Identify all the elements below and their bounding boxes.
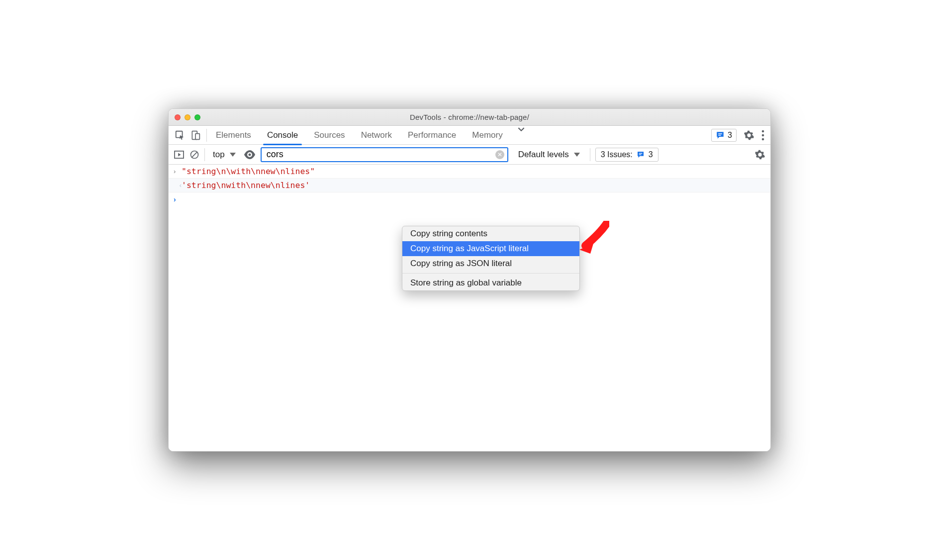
kebab-menu-icon[interactable]: [761, 130, 764, 141]
console-toolbar: top ✕ Default levels 3 Issues: 3: [169, 145, 770, 165]
tab-sources[interactable]: Sources: [306, 126, 353, 145]
svg-point-5: [762, 130, 764, 132]
svg-point-6: [762, 134, 764, 136]
speech-bubble-icon: [716, 131, 725, 140]
close-window-button[interactable]: [175, 114, 181, 120]
zoom-window-button[interactable]: [194, 114, 200, 120]
tab-memory[interactable]: Memory: [464, 126, 510, 145]
titlebar: DevTools - chrome://new-tab-page/: [169, 109, 770, 126]
traffic-lights: [175, 114, 200, 120]
svg-rect-13: [639, 154, 641, 155]
settings-gear-icon[interactable]: [744, 130, 754, 141]
menu-item-copy-json[interactable]: Copy string as JSON literal: [402, 256, 579, 271]
clear-filter-icon[interactable]: ✕: [495, 150, 504, 159]
svg-point-7: [762, 138, 764, 140]
inspect-element-icon[interactable]: [175, 130, 186, 141]
svg-rect-12: [639, 153, 642, 153]
context-menu: Copy string contents Copy string as Java…: [402, 226, 580, 291]
toggle-sidebar-icon[interactable]: [174, 150, 185, 159]
tab-console[interactable]: Console: [259, 126, 306, 145]
tab-network[interactable]: Network: [353, 126, 400, 145]
tab-elements[interactable]: Elements: [208, 126, 259, 145]
live-expression-eye-icon[interactable]: [244, 150, 256, 159]
more-tabs-button[interactable]: [511, 126, 532, 145]
issues-button[interactable]: 3 Issues: 3: [595, 148, 658, 162]
speech-bubble-icon: [637, 151, 645, 159]
tab-performance[interactable]: Performance: [400, 126, 464, 145]
log-level-selector[interactable]: Default levels: [513, 150, 585, 160]
svg-line-10: [191, 152, 197, 158]
svg-rect-3: [718, 133, 722, 134]
issues-label: 3 Issues:: [601, 150, 633, 159]
console-text: 'string\nwith\nnew\nlines': [182, 181, 310, 190]
menu-separator: [402, 273, 579, 274]
device-toolbar-icon[interactable]: [190, 130, 200, 141]
console-row[interactable]: › "string\n\with\nnew\nlines": [169, 165, 770, 179]
execution-context-selector[interactable]: top: [210, 150, 239, 160]
filter-input[interactable]: ✕: [261, 147, 508, 162]
divider: [204, 148, 205, 161]
svg-rect-4: [718, 135, 721, 136]
expand-arrow-icon[interactable]: ›: [174, 168, 182, 175]
clear-console-icon[interactable]: [189, 150, 199, 160]
console-text: "string\n\with\nnew\nlines": [182, 167, 315, 176]
console-settings-gear-icon[interactable]: [754, 149, 765, 160]
menu-item-store-global[interactable]: Store string as global variable: [402, 276, 579, 290]
console-prompt[interactable]: ›: [169, 192, 770, 206]
divider: [206, 129, 207, 142]
console-body[interactable]: › "string\n\with\nnew\nlines" › 'string\…: [169, 165, 770, 451]
issues-count: 3: [649, 150, 653, 159]
divider: [590, 148, 590, 161]
menu-item-copy-contents[interactable]: Copy string contents: [402, 226, 579, 241]
output-arrow-icon: ›: [174, 182, 182, 189]
svg-point-11: [248, 153, 251, 156]
chevron-down-icon: [230, 153, 236, 157]
devtools-window: DevTools - chrome://new-tab-page/: [168, 108, 771, 452]
filter-text-field[interactable]: [267, 149, 495, 160]
prompt-arrow-icon: ›: [174, 195, 176, 203]
window-title: DevTools - chrome://new-tab-page/: [169, 113, 770, 121]
console-row[interactable]: › 'string\nwith\nnew\nlines': [169, 179, 770, 192]
messages-badge[interactable]: 3: [711, 129, 737, 142]
messages-count: 3: [728, 131, 732, 140]
svg-rect-2: [195, 133, 199, 139]
tabs-container: Elements Console Sources Network Perform…: [208, 126, 532, 145]
chevron-down-icon: [574, 153, 580, 157]
minimize-window-button[interactable]: [185, 114, 190, 120]
devtools-tabs-row: Elements Console Sources Network Perform…: [169, 126, 770, 145]
context-label: top: [213, 150, 225, 160]
log-level-label: Default levels: [518, 150, 569, 160]
menu-item-copy-js-literal[interactable]: Copy string as JavaScript literal: [402, 241, 579, 256]
